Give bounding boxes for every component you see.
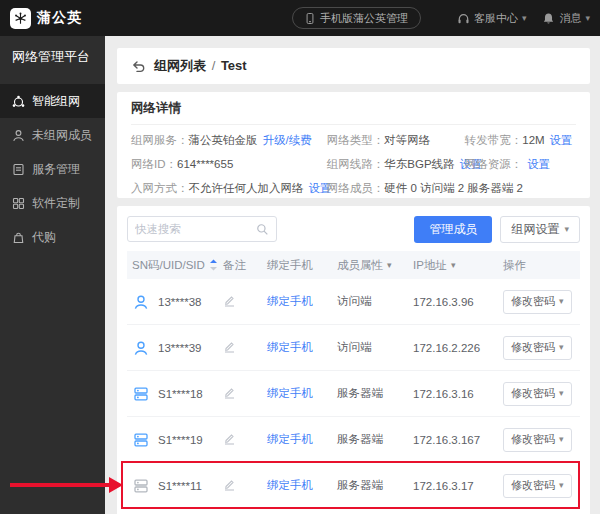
sidebar-item-smart-networking[interactable]: 智能组网 — [0, 84, 105, 118]
upgrade-renew-link[interactable]: 升级/续费 — [263, 134, 312, 146]
member-role: 服务器端 — [337, 432, 413, 447]
search-icon[interactable] — [256, 223, 269, 236]
dandelion-logo-icon — [10, 8, 31, 29]
caret-down-icon: ▾ — [559, 297, 564, 306]
service-center-label: 客服中心 — [474, 11, 518, 26]
detail-network-resources: 网络资源：设置 — [465, 157, 576, 172]
top-header: 蒲公英 手机版蒲公英管理 客服中心 ▾ 消息 ▾ — [0, 0, 600, 36]
back-icon[interactable] — [131, 59, 146, 74]
detail-network-line: 组网线路：华东BGP线路设置 — [327, 157, 465, 172]
edit-note-icon[interactable] — [223, 386, 236, 399]
server-offline-icon — [132, 477, 150, 495]
member-ip: 172.16.3.17 — [413, 480, 503, 492]
logo-text: 蒲公英 — [37, 9, 82, 27]
header-right: 客服中心 ▾ 消息 ▾ — [457, 0, 590, 36]
manage-members-button[interactable]: 管理成员 — [414, 216, 492, 243]
member-sn: S1****18 — [158, 388, 203, 400]
detail-join-method: 入网方式：不允许任何人加入网络设置 — [131, 181, 327, 196]
sidebar-item-label: 服务管理 — [32, 161, 80, 178]
bandwidth-settings-link[interactable]: 设置 — [550, 134, 573, 146]
header-note: 备注 — [223, 258, 267, 273]
network-settings-label: 组网设置 — [511, 221, 559, 238]
member-ip: 172.16.2.226 — [413, 342, 503, 354]
table-header-row: SN码/UID/SID 备注 绑定手机 成员属性▾ IP地址▾ 操作 — [127, 251, 580, 279]
caret-down-icon: ▾ — [559, 343, 564, 352]
edit-note-icon[interactable] — [223, 432, 236, 445]
sidebar: 网络管理平台 智能组网 未组网成员 服务管理 — [0, 36, 105, 514]
member-role: 访问端 — [337, 294, 413, 309]
edit-note-icon[interactable] — [223, 294, 236, 307]
detail-network-service: 组网服务：蒲公英铂金版升级/续费 — [131, 133, 327, 148]
bind-phone-link[interactable]: 绑定手机 — [267, 295, 313, 307]
logo[interactable]: 蒲公英 — [0, 8, 82, 29]
messages-menu[interactable]: 消息 ▾ — [542, 11, 590, 26]
network-details-card: 网络详情 组网服务：蒲公英铂金版升级/续费 网络类型：对等网络 转发带宽：12M… — [117, 92, 590, 198]
network-settings-button[interactable]: 组网设置 ▾ — [500, 216, 580, 243]
change-password-button[interactable]: 修改密码▾ — [503, 382, 572, 406]
breadcrumb-list-label[interactable]: 组网列表 — [154, 58, 206, 73]
edit-note-icon[interactable] — [223, 340, 236, 353]
mobile-admin-button[interactable]: 手机版蒲公英管理 — [292, 7, 421, 29]
resources-settings-link[interactable]: 设置 — [527, 158, 550, 170]
bind-phone-link[interactable]: 绑定手机 — [267, 433, 313, 445]
detail-network-members: 网络成员：硬件 0 访问端 2 服务器端 2 — [327, 181, 465, 196]
member-ip: 172.16.3.96 — [413, 296, 503, 308]
user-icon — [132, 293, 150, 311]
toolbar: 管理成员 组网设置 ▾ — [127, 216, 580, 242]
breadcrumb-card: 组网列表 / Test — [117, 48, 590, 84]
table-row: 13****38 绑定手机 访问端 172.16.3.96 修改密码▾ — [127, 279, 580, 325]
bell-icon — [542, 12, 555, 25]
member-sn: S1****19 — [158, 434, 203, 446]
person-icon — [12, 129, 25, 142]
user-icon — [132, 339, 150, 357]
sidebar-title: 网络管理平台 — [0, 36, 105, 76]
table-row: 13****39 绑定手机 访问端 172.16.2.226 修改密码▾ — [127, 325, 580, 371]
server-icon — [132, 385, 150, 403]
bind-phone-link[interactable]: 绑定手机 — [267, 387, 313, 399]
sidebar-item-label: 未组网成员 — [32, 127, 92, 144]
filter-caret-icon: ▾ — [451, 261, 456, 270]
detail-forward-bandwidth: 转发带宽：12M设置 — [465, 133, 576, 148]
caret-down-icon: ▾ — [564, 225, 569, 234]
mobile-admin-label: 手机版蒲公英管理 — [320, 11, 408, 26]
edit-note-icon[interactable] — [223, 478, 236, 491]
member-ip: 172.16.3.16 — [413, 388, 503, 400]
page: 蒲公英 手机版蒲公英管理 客服中心 ▾ 消息 ▾ — [0, 0, 600, 514]
caret-down-icon: ▾ — [559, 389, 564, 398]
bind-phone-link[interactable]: 绑定手机 — [267, 479, 313, 491]
members-table-card: 管理成员 组网设置 ▾ SN码/UID/SID 备注 绑定手机 成员属性▾ IP… — [117, 206, 590, 514]
breadcrumb-separator: / — [210, 58, 218, 73]
sidebar-item-software-customization[interactable]: 软件定制 — [0, 186, 105, 220]
document-list-icon — [12, 163, 25, 176]
member-ip: 172.16.3.167 — [413, 434, 503, 446]
table-row: S1****18 绑定手机 服务器端 172.16.3.16 修改密码▾ — [127, 371, 580, 417]
sidebar-item-label: 智能组网 — [32, 93, 80, 110]
change-password-button[interactable]: 修改密码▾ — [503, 474, 572, 498]
member-sn: S1****11 — [158, 480, 202, 492]
change-password-button[interactable]: 修改密码▾ — [503, 336, 572, 360]
sidebar-item-purchasing[interactable]: 代购 — [0, 220, 105, 254]
service-center-menu[interactable]: 客服中心 ▾ — [457, 11, 527, 26]
header-ip[interactable]: IP地址▾ — [413, 258, 503, 273]
bind-phone-link[interactable]: 绑定手机 — [267, 341, 313, 353]
phone-icon — [305, 12, 315, 25]
member-sn: 13****39 — [158, 342, 201, 354]
sidebar-item-service-management[interactable]: 服务管理 — [0, 152, 105, 186]
sidebar-menu: 智能组网 未组网成员 服务管理 软件定制 — [0, 84, 105, 254]
search-box — [127, 216, 277, 242]
search-input[interactable] — [135, 223, 251, 235]
table-row-highlighted: S1****11 绑定手机 服务器端 172.16.3.17 修改密码▾ — [127, 463, 580, 509]
change-password-button[interactable]: 修改密码▾ — [503, 290, 572, 314]
sort-icon[interactable] — [209, 259, 218, 271]
sidebar-item-unnetworked-members[interactable]: 未组网成员 — [0, 118, 105, 152]
messages-label: 消息 — [559, 11, 581, 26]
member-role: 服务器端 — [337, 478, 413, 493]
breadcrumb-current: Test — [221, 58, 247, 73]
change-password-button[interactable]: 修改密码▾ — [503, 428, 572, 452]
header-member-role[interactable]: 成员属性▾ — [337, 258, 413, 273]
caret-down-icon: ▾ — [585, 14, 590, 23]
table-row: S1****19 绑定手机 服务器端 172.16.3.167 修改密码▾ — [127, 417, 580, 463]
detail-network-id: 网络ID：614****655 — [131, 157, 327, 172]
details-grid: 组网服务：蒲公英铂金版升级/续费 网络类型：对等网络 转发带宽：12M设置 网络… — [131, 133, 576, 196]
grid-icon — [12, 197, 25, 210]
